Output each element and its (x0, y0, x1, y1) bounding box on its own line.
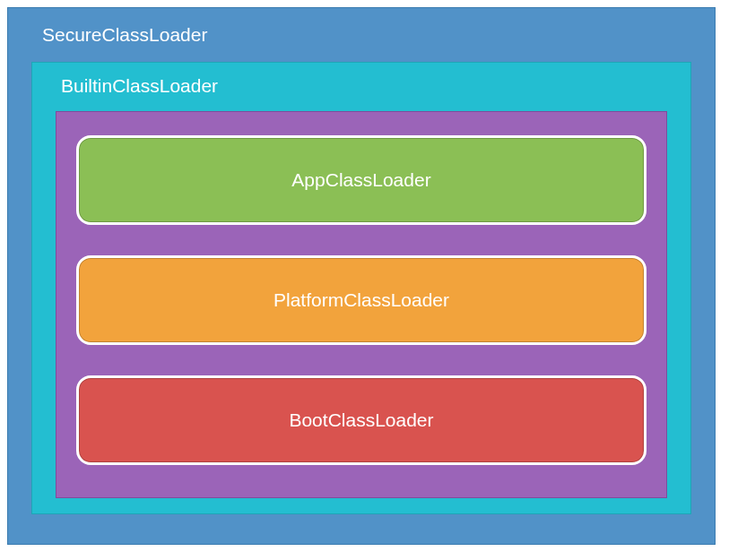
boot-classloader-label: BootClassLoader (289, 409, 433, 431)
inner-container: AppClassLoader PlatformClassLoader BootC… (56, 111, 667, 498)
app-classloader-label: AppClassLoader (291, 169, 430, 191)
builtin-classloader-label: BuiltinClassLoader (61, 75, 667, 97)
platform-classloader-label: PlatformClassLoader (273, 289, 449, 311)
platform-classloader-box: PlatformClassLoader (76, 255, 647, 345)
secure-classloader-label: SecureClassLoader (42, 24, 691, 46)
secure-classloader-box: SecureClassLoader BuiltinClassLoader App… (7, 7, 716, 545)
builtin-classloader-box: BuiltinClassLoader AppClassLoader Platfo… (31, 62, 691, 514)
app-classloader-box: AppClassLoader (76, 135, 647, 225)
boot-classloader-box: BootClassLoader (76, 375, 647, 465)
